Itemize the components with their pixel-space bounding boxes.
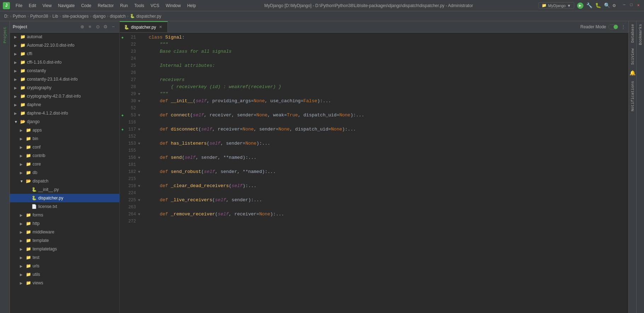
tree-item-django[interactable]: ▼ 📂 django: [10, 117, 119, 126]
project-vertical-tab[interactable]: Project: [1, 24, 8, 46]
tree-item-cffi[interactable]: ▶ 📁 cffi: [10, 50, 119, 58]
settings-gear-icon[interactable]: ⚙: [102, 24, 109, 30]
breadcrumb-lib[interactable]: Lib: [52, 14, 58, 19]
breadcrumb-site-packages[interactable]: site-packages: [62, 14, 89, 19]
tree-item-http[interactable]: ▶ 📁 http: [10, 219, 119, 228]
chevron-icon: ▶: [20, 281, 24, 285]
menu-code[interactable]: Code: [78, 2, 94, 9]
code-line-264: def _remove_receiver(self, receiver=None…: [146, 211, 628, 218]
menu-vcs[interactable]: VCS: [148, 2, 162, 9]
code-editor[interactable]: ◆ 21 22 23 24: [120, 33, 628, 313]
gutter-icon-117: ◆: [120, 127, 125, 132]
tree-item-db[interactable]: ▶ 📁 db: [10, 168, 119, 177]
code-line-224: [146, 190, 628, 197]
tree-item-cryptography[interactable]: ▶ 📁 cryptography: [10, 83, 119, 92]
menu-tools[interactable]: Tools: [131, 2, 147, 9]
close-button[interactable]: ✕: [636, 2, 641, 8]
tree-item-label: automat: [27, 34, 42, 39]
database-tab[interactable]: Database: [629, 21, 636, 46]
tree-item-cffi-dist[interactable]: ▶ 📁 cffi-1.16.0.dist-info: [10, 58, 119, 66]
breadcrumb-python[interactable]: Python: [13, 14, 26, 19]
tree-item-forms[interactable]: ▶ 📁 forms: [10, 211, 119, 219]
tree-item-init-py[interactable]: 🐍 __init__.py: [10, 185, 119, 194]
menu-help[interactable]: Help: [184, 2, 199, 9]
project-selector[interactable]: 📁 MyDjango ▼: [538, 2, 574, 9]
menu-file[interactable]: File: [13, 2, 25, 9]
editor-options-icon[interactable]: ⋮: [621, 24, 626, 30]
tree-item-core[interactable]: ▶ 📁 core: [10, 160, 119, 168]
collapse-all-icon[interactable]: ≡: [87, 24, 93, 30]
fold-btn-30[interactable]: ▼: [137, 99, 142, 103]
breadcrumb-python38[interactable]: Python38: [30, 14, 48, 19]
menu-navigate[interactable]: Navigate: [55, 2, 78, 9]
add-folder-icon[interactable]: ⊕: [79, 24, 85, 30]
tree-item-middleware[interactable]: ▶ 📁 middleware: [10, 228, 119, 236]
menu-refactor[interactable]: Refactor: [95, 2, 116, 9]
maximize-button[interactable]: □: [628, 2, 634, 8]
tree-item-constantly-dist[interactable]: ▶ 📁 constantly-23.10.4.dist-info: [10, 75, 119, 83]
tree-item-automat-dist[interactable]: ▶ 📁 Automat-22.10.0.dist-info: [10, 41, 119, 50]
breadcrumb-django[interactable]: django: [93, 14, 106, 19]
tree-item-dispatcher-py[interactable]: 🐍 dispatcher.py: [10, 194, 119, 202]
debug-button[interactable]: 🐛: [595, 2, 601, 8]
folder-icon: 📁: [20, 51, 25, 57]
tree-item-dispatch[interactable]: ▼ 📂 dispatch: [10, 177, 119, 185]
code-line-53: def connect(self, receiver, sender=None,…: [146, 112, 628, 119]
bookmarks-tab[interactable]: Bookmarks: [637, 21, 644, 48]
tree-item-urls[interactable]: ▶ 📁 urls: [10, 262, 119, 270]
tree-item-label: cryptography-42.0.7.dist-info: [27, 94, 81, 99]
search-icon[interactable]: 🔍: [604, 2, 610, 8]
fold-btn-182[interactable]: ▼: [137, 170, 142, 174]
menu-view[interactable]: View: [40, 2, 55, 9]
tree-item-license-txt[interactable]: 📄 license.txt: [10, 202, 119, 211]
tree-item-daphne[interactable]: ▶ 📁 daphne: [10, 100, 119, 109]
tree-item-conf[interactable]: ▶ 📁 conf: [10, 143, 119, 151]
hide-panel-icon[interactable]: −: [110, 24, 116, 30]
code-line-116: [146, 119, 628, 126]
tree-item-apps[interactable]: ▶ 📁 apps: [10, 126, 119, 134]
build-button[interactable]: 🔧: [586, 2, 592, 8]
reader-mode-toggle[interactable]: [608, 24, 618, 29]
breadcrumb-dispatcher[interactable]: 🐍 dispatcher.py: [130, 14, 161, 19]
menu-run[interactable]: Run: [117, 2, 131, 9]
fold-btn-153[interactable]: ▼: [137, 142, 142, 146]
tree-item-utils[interactable]: ▶ 📁 utils: [10, 270, 119, 279]
tree-item-contrib[interactable]: ▶ 📁 contrib: [10, 151, 119, 160]
notifications-tab[interactable]: Notifications: [629, 78, 636, 114]
fold-btn-264[interactable]: ▼: [137, 213, 142, 216]
gutter-area: ◆ 21 22 23 24: [120, 33, 143, 313]
tree-item-templatetags[interactable]: ▶ 📁 templatetags: [10, 245, 119, 253]
gutter-line-156: 156 ▼: [120, 154, 143, 161]
bookmarks-panel: Bookmarks: [636, 21, 644, 313]
fold-btn-156[interactable]: ▼: [137, 156, 142, 160]
vertical-left-tab: Project: [0, 21, 10, 313]
fold-btn-225[interactable]: ▼: [137, 198, 142, 202]
menu-edit[interactable]: Edit: [26, 2, 39, 9]
tree-item-constantly[interactable]: ▶ 📁 constantly: [10, 66, 119, 75]
tree-item-automat[interactable]: ▶ 📁 automat: [10, 33, 119, 41]
locate-file-icon[interactable]: ⊙: [95, 24, 101, 30]
fold-btn-216[interactable]: ▼: [137, 184, 142, 188]
minimize-button[interactable]: ─: [621, 2, 627, 8]
run-button[interactable]: ▶: [577, 2, 583, 9]
gutter-line-116: 116: [120, 119, 143, 126]
tab-close-button[interactable]: ✕: [158, 25, 163, 30]
breadcrumb-dispatch[interactable]: dispatch: [110, 14, 126, 19]
gutter-icon-53: ◆: [120, 113, 125, 117]
title-text: MyDjango [D:\MyDjango] - D:\Python\Pytho…: [201, 3, 536, 8]
tree-item-cryptography-dist[interactable]: ▶ 📁 cryptography-42.0.7.dist-info: [10, 92, 119, 100]
notification-bell-icon[interactable]: 🔔: [629, 70, 636, 76]
tree-item-daphne-dist[interactable]: ▶ 📁 daphne-4.1.2.dist-info: [10, 109, 119, 117]
fold-btn-117[interactable]: ▼: [137, 128, 142, 132]
menu-window[interactable]: Window: [163, 2, 184, 9]
sciview-tab[interactable]: SciView: [629, 46, 636, 68]
fold-btn-29[interactable]: ▼: [137, 92, 142, 96]
fold-btn-53[interactable]: ▼: [137, 114, 142, 117]
tree-item-template[interactable]: ▶ 📁 template: [10, 236, 119, 245]
tree-item-test[interactable]: ▶ 📁 test: [10, 253, 119, 262]
tree-item-bin[interactable]: ▶ 📁 bin: [10, 134, 119, 143]
tab-dispatcher-py[interactable]: 🐍 dispatcher.py ✕: [120, 21, 168, 32]
tree-item-views[interactable]: ▶ 📁 views: [10, 279, 119, 287]
settings-icon[interactable]: ⚙: [613, 2, 616, 8]
breadcrumb-d[interactable]: D:: [4, 14, 8, 19]
